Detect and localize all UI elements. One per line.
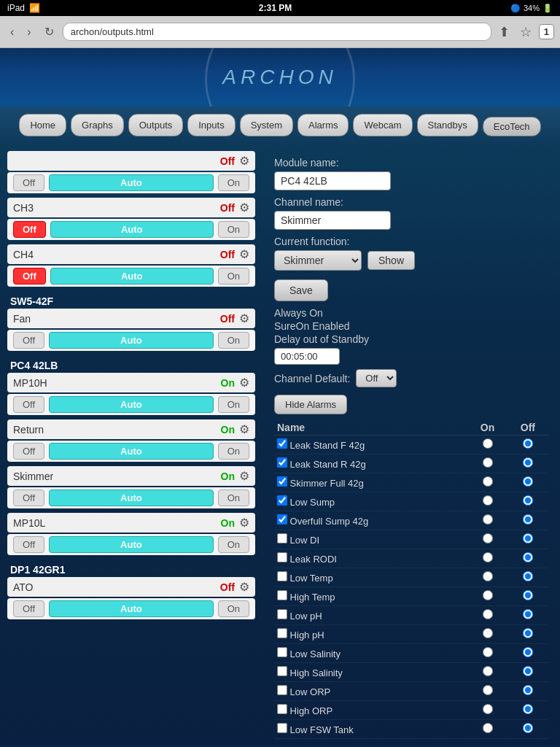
alarm-checkbox-5[interactable] — [277, 533, 287, 543]
alarm-on-radio-0[interactable] — [467, 436, 508, 454]
gear-icon-mp10l[interactable]: ⚙ — [239, 516, 249, 530]
channel-default-select[interactable]: Off On — [356, 369, 397, 387]
alarm-on-radio-5[interactable] — [467, 530, 508, 549]
nav-home[interactable]: Home — [19, 114, 66, 136]
toggle-off-ch4[interactable]: Off — [13, 268, 46, 285]
radio-on-5[interactable] — [483, 533, 493, 543]
radio-off-4[interactable] — [523, 514, 533, 525]
alarm-checkbox-8[interactable] — [277, 590, 287, 600]
toggle-on-ch3[interactable]: On — [218, 221, 249, 238]
toggle-auto-top1[interactable]: Auto — [49, 174, 214, 191]
radio-on-1[interactable] — [483, 457, 493, 468]
alarm-off-radio-7[interactable] — [508, 568, 548, 587]
toggle-off-skimmer[interactable]: Off — [13, 489, 44, 506]
alarm-on-radio-8[interactable] — [467, 587, 508, 606]
alarm-on-radio-6[interactable] — [467, 549, 508, 568]
radio-off-2[interactable] — [523, 476, 533, 487]
alarm-off-radio-2[interactable] — [508, 473, 548, 492]
alarm-off-radio-13[interactable] — [508, 682, 548, 701]
alarm-off-radio-15[interactable] — [508, 720, 548, 739]
alarm-off-radio-8[interactable] — [508, 587, 548, 606]
nav-outputs[interactable]: Outputs — [128, 114, 184, 136]
toggle-off-mp10l[interactable]: Off — [13, 536, 44, 553]
toggle-off-return[interactable]: Off — [13, 443, 44, 460]
toggle-on-ato[interactable]: On — [218, 600, 249, 617]
alarm-off-radio-9[interactable] — [508, 606, 548, 625]
toggle-on-mp10h[interactable]: On — [218, 396, 249, 413]
channel-name-input[interactable] — [274, 211, 391, 230]
alarm-checkbox-1[interactable] — [277, 457, 287, 468]
radio-off-6[interactable] — [523, 552, 533, 562]
alarm-on-radio-13[interactable] — [467, 682, 508, 701]
radio-off-8[interactable] — [523, 590, 533, 600]
save-button[interactable]: Save — [274, 279, 328, 301]
radio-on-14[interactable] — [483, 704, 493, 714]
nav-standbys[interactable]: Standbys — [417, 114, 478, 136]
alarm-on-radio-10[interactable] — [467, 625, 508, 644]
radio-off-15[interactable] — [523, 723, 533, 733]
radio-off-1[interactable] — [523, 457, 533, 468]
forward-button[interactable]: › — [23, 24, 35, 40]
alarm-checkbox-2[interactable] — [277, 476, 287, 487]
radio-off-11[interactable] — [523, 647, 533, 657]
toggle-off-ch3[interactable]: Off — [13, 221, 46, 238]
nav-webcam[interactable]: Webcam — [353, 114, 412, 136]
alarm-off-radio-14[interactable] — [508, 701, 548, 720]
toggle-off-top1[interactable]: Off — [13, 174, 44, 191]
module-name-input[interactable] — [274, 171, 391, 190]
back-button[interactable]: ‹ — [6, 24, 18, 40]
share-button[interactable]: ⬆ — [496, 23, 513, 42]
gear-icon-fan[interactable]: ⚙ — [239, 311, 249, 325]
alarm-on-radio-14[interactable] — [467, 701, 508, 720]
nav-system[interactable]: System — [240, 114, 293, 136]
radio-on-12[interactable] — [483, 666, 493, 676]
gear-icon-ch4[interactable]: ⚙ — [239, 247, 249, 261]
alarm-off-radio-12[interactable] — [508, 663, 548, 682]
toggle-on-return[interactable]: On — [218, 443, 249, 460]
toggle-off-fan[interactable]: Off — [13, 332, 44, 349]
hide-alarms-button[interactable]: Hide Alarms — [274, 395, 347, 414]
toggle-auto-return[interactable]: Auto — [49, 443, 214, 460]
toggle-auto-ch3[interactable]: Auto — [50, 221, 214, 238]
nav-inputs[interactable]: Inputs — [187, 114, 235, 136]
alarm-on-radio-11[interactable] — [467, 644, 508, 663]
nav-ecotech[interactable]: EcoTech — [483, 117, 541, 136]
toggle-on-top1[interactable]: On — [218, 174, 249, 191]
radio-on-13[interactable] — [483, 685, 493, 695]
alarm-on-radio-1[interactable] — [467, 454, 508, 473]
gear-icon-ato[interactable]: ⚙ — [239, 580, 249, 594]
radio-on-15[interactable] — [483, 723, 493, 733]
alarm-checkbox-11[interactable] — [277, 647, 287, 657]
alarm-checkbox-15[interactable] — [277, 723, 287, 733]
alarm-checkbox-6[interactable] — [277, 552, 287, 562]
alarm-on-radio-2[interactable] — [467, 473, 508, 492]
radio-off-9[interactable] — [523, 609, 533, 619]
radio-off-7[interactable] — [523, 571, 533, 581]
toggle-auto-fan[interactable]: Auto — [49, 332, 214, 349]
toggle-on-ch4[interactable]: On — [218, 268, 249, 285]
radio-off-3[interactable] — [523, 495, 533, 506]
alarm-off-radio-6[interactable] — [508, 549, 548, 568]
gear-icon-return[interactable]: ⚙ — [239, 422, 249, 436]
toggle-auto-ato[interactable]: Auto — [49, 600, 214, 617]
alarm-off-radio-3[interactable] — [508, 492, 548, 511]
address-bar[interactable] — [63, 23, 491, 41]
alarm-checkbox-7[interactable] — [277, 571, 287, 581]
alarm-checkbox-3[interactable] — [277, 495, 287, 506]
alarm-off-radio-0[interactable] — [508, 436, 548, 454]
tab-count[interactable]: 1 — [539, 24, 554, 39]
alarm-off-radio-4[interactable] — [508, 511, 548, 530]
alarm-checkbox-0[interactable] — [277, 438, 287, 449]
radio-on-9[interactable] — [483, 609, 493, 619]
bookmark-button[interactable]: ☆ — [517, 23, 534, 42]
alarm-off-radio-5[interactable] — [508, 530, 548, 549]
radio-on-2[interactable] — [483, 476, 493, 487]
radio-off-13[interactable] — [523, 685, 533, 695]
nav-alarms[interactable]: Alarms — [298, 114, 349, 136]
toggle-auto-skimmer[interactable]: Auto — [49, 489, 214, 506]
alarm-checkbox-13[interactable] — [277, 685, 287, 695]
alarm-on-radio-7[interactable] — [467, 568, 508, 587]
gear-icon-skimmer[interactable]: ⚙ — [239, 469, 249, 483]
radio-off-10[interactable] — [523, 628, 533, 638]
toggle-off-mp10h[interactable]: Off — [13, 396, 44, 413]
